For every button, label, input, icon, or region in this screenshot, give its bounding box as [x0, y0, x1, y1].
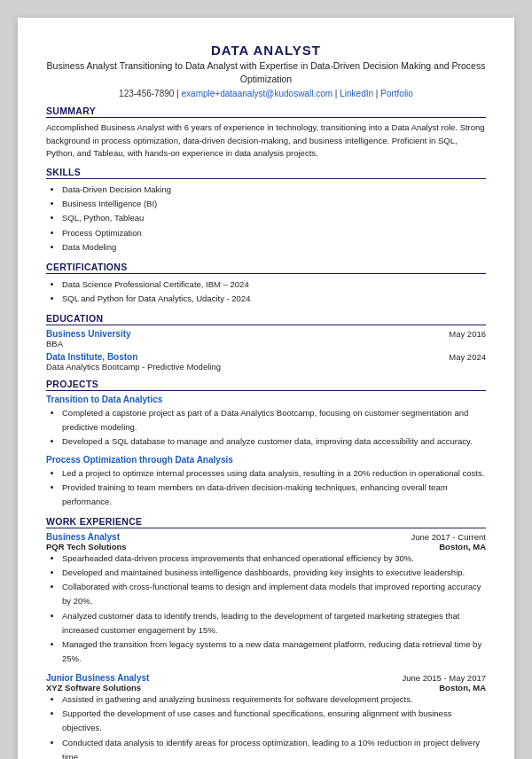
work-title: Junior Business Analyst — [46, 673, 149, 683]
summary-section: SUMMARY Accomplished Business Analyst wi… — [46, 106, 486, 160]
project-title: Process Optimization through Data Analys… — [46, 455, 486, 465]
bullet-item: Collaborated with cross-functional teams… — [62, 580, 486, 608]
header: DATA ANALYST Business Analyst Transition… — [46, 43, 486, 98]
skill-item: Data-Driven Decision Making — [62, 183, 486, 197]
edu-row: Business University May 2016 — [46, 329, 486, 339]
email-link[interactable]: example+dataanalyst@kudoswall.com — [182, 89, 333, 98]
skill-item: Process Optimization — [62, 226, 486, 240]
edu-degree: BBA — [46, 339, 486, 348]
portfolio-link[interactable]: Portfolio — [380, 89, 413, 98]
bullet-item: Led a project to optimize internal proce… — [62, 466, 486, 481]
edu-row: Data Institute, Boston May 2024 — [46, 352, 486, 362]
candidate-name: DATA ANALYST — [46, 43, 486, 58]
edu-date: May 2024 — [449, 352, 486, 362]
work-location: Boston, MA — [439, 683, 486, 692]
bullet-item: Analyzed customer data to identify trend… — [62, 609, 486, 638]
skills-label: SKILLS — [46, 167, 486, 179]
work-company: XYZ Software Solutions — [46, 683, 141, 692]
work-company-row: XYZ Software Solutions Boston, MA — [46, 683, 486, 692]
summary-label: SUMMARY — [46, 106, 486, 118]
certifications-label: CERTIFICATIONS — [46, 262, 486, 274]
work-entry: Junior Business Analyst June 2015 - May … — [46, 673, 486, 759]
bullet-item: Developed a SQL database to manage and a… — [62, 434, 486, 449]
work-location: Boston, MA — [439, 542, 486, 552]
work-title-row: Junior Business Analyst June 2015 - May … — [46, 673, 486, 683]
contact-info: 123-456-7890 | example+dataanalyst@kudos… — [46, 89, 486, 98]
bullet-item: Provided training to team members on dat… — [62, 481, 486, 509]
bullet-item: Supported the development of use cases a… — [62, 707, 486, 735]
cert-list: Data Science Professional Certificate, I… — [46, 278, 486, 306]
skill-item: Data Modeling — [62, 240, 486, 254]
skills-list: Data-Driven Decision MakingBusiness Inte… — [46, 183, 486, 254]
skill-item: SQL, Python, Tableau — [62, 211, 486, 225]
bullet-item: Spearheaded data-driven process improvem… — [62, 552, 486, 566]
certifications-section: CERTIFICATIONS Data Science Professional… — [46, 262, 486, 306]
work-title: Business Analyst — [46, 532, 120, 542]
edu-school: Business University — [46, 329, 131, 339]
skill-item: Business Intelligence (BI) — [62, 197, 486, 211]
summary-text: Accomplished Business Analyst with 6 yea… — [46, 121, 486, 160]
projects-label: PROJECTS — [46, 379, 486, 391]
edu-date: May 2016 — [449, 329, 486, 339]
phone: 123-456-7890 — [119, 89, 174, 98]
work-company: PQR Tech Solutions — [46, 542, 127, 552]
project-entry: Transition to Data Analytics Completed a… — [46, 395, 486, 449]
linkedin-link[interactable]: LinkedIn — [340, 89, 373, 98]
bullet-item: Assisted in gathering and analyzing busi… — [62, 692, 486, 707]
work-experience-section: WORK EXPERIENCE Business Analyst June 20… — [46, 516, 486, 759]
bullet-item: Conducted data analysis to identify area… — [62, 736, 486, 760]
bullet-item: Managed the transition from legacy syste… — [62, 638, 486, 666]
project-entry: Process Optimization through Data Analys… — [46, 455, 486, 509]
cert-item: Data Science Professional Certificate, I… — [62, 278, 486, 292]
education-label: EDUCATION — [46, 313, 486, 325]
bullet-item: Developed and maintained business intell… — [62, 566, 486, 580]
edu-entry: Data Institute, Boston May 2024 Data Ana… — [46, 352, 486, 372]
projects-section: PROJECTS Transition to Data Analytics Co… — [46, 379, 486, 509]
work-title-row: Business Analyst June 2017 - Current — [46, 532, 486, 542]
work-dates: June 2017 - Current — [411, 532, 487, 542]
work-entry: Business Analyst June 2017 - Current PQR… — [46, 532, 486, 666]
resume-page: DATA ANALYST Business Analyst Transition… — [18, 18, 514, 759]
candidate-title: Business Analyst Transitioning to Data A… — [46, 59, 486, 85]
work-company-row: PQR Tech Solutions Boston, MA — [46, 542, 486, 552]
education-section: EDUCATION Business University May 2016 B… — [46, 313, 486, 372]
skills-section: SKILLS Data-Driven Decision MakingBusine… — [46, 167, 486, 254]
work-dates: June 2015 - May 2017 — [402, 673, 486, 683]
bullet-item: Completed a capstone project as part of … — [62, 406, 486, 434]
work-experience-label: WORK EXPERIENCE — [46, 516, 486, 528]
edu-entry: Business University May 2016 BBA — [46, 329, 486, 348]
project-bullets: Led a project to optimize internal proce… — [46, 466, 486, 509]
cert-item: SQL and Python for Data Analytics, Udaci… — [62, 292, 486, 306]
work-bullets: Assisted in gathering and analyzing busi… — [46, 692, 486, 759]
project-bullets: Completed a capstone project as part of … — [46, 406, 486, 449]
project-title: Transition to Data Analytics — [46, 395, 486, 404]
edu-degree: Data Analytics Bootcamp - Predictive Mod… — [46, 362, 486, 372]
work-bullets: Spearheaded data-driven process improvem… — [46, 552, 486, 666]
edu-school: Data Institute, Boston — [46, 352, 137, 362]
